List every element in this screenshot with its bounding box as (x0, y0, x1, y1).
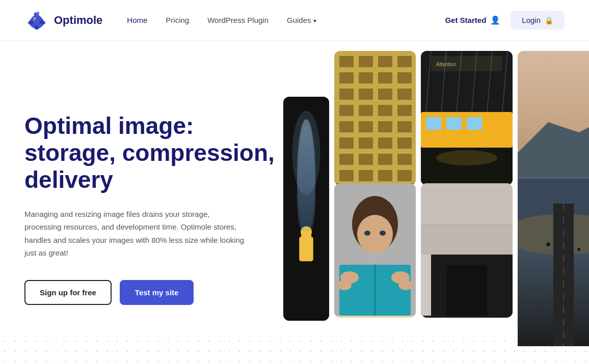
svg-rect-39 (397, 137, 412, 149)
person-icon (490, 15, 500, 25)
svg-rect-34 (378, 121, 392, 132)
test-site-button[interactable]: Test my site (120, 280, 194, 305)
login-button[interactable]: Login (511, 11, 565, 30)
svg-rect-31 (397, 105, 412, 116)
get-started-button[interactable]: Get Started (445, 15, 500, 25)
svg-rect-41 (359, 154, 373, 165)
svg-rect-45 (359, 170, 373, 181)
svg-rect-27 (397, 89, 412, 100)
hero-title: Optimal image: storage, compression, del… (24, 113, 289, 193)
navbar: Optimole Home Pricing WordPress Plugin G… (0, 0, 589, 41)
image-street: Attention (421, 51, 513, 185)
svg-rect-43 (397, 154, 412, 165)
svg-text:Attention: Attention (436, 62, 456, 67)
svg-rect-25 (359, 89, 373, 100)
nav-link-home[interactable]: Home (127, 16, 147, 24)
svg-point-50 (357, 215, 393, 254)
svg-point-57 (337, 280, 352, 290)
svg-rect-40 (339, 154, 354, 165)
svg-rect-37 (359, 137, 373, 149)
svg-rect-46 (378, 170, 392, 181)
nav-actions: Get Started Login (445, 11, 565, 30)
svg-point-87 (577, 248, 580, 251)
svg-point-52 (380, 231, 386, 236)
svg-rect-21 (359, 72, 373, 83)
svg-rect-63 (426, 117, 441, 130)
svg-point-7 (34, 25, 39, 30)
svg-point-4 (34, 18, 35, 19)
logo-link[interactable]: Optimole (24, 8, 102, 33)
svg-rect-79 (421, 183, 513, 224)
svg-rect-33 (359, 121, 373, 132)
svg-rect-20 (339, 72, 354, 83)
signup-button[interactable]: Sign up for free (24, 280, 112, 305)
svg-rect-42 (378, 154, 392, 165)
hero-section: Optimal image: storage, compression, del… (0, 41, 589, 346)
svg-rect-77 (446, 265, 487, 316)
svg-rect-36 (339, 137, 354, 149)
svg-rect-19 (397, 56, 412, 67)
svg-rect-75 (421, 224, 513, 255)
svg-point-67 (436, 150, 497, 165)
svg-rect-29 (359, 105, 373, 116)
svg-rect-44 (339, 170, 354, 181)
nav-link-guides[interactable]: Guides (287, 16, 316, 24)
svg-rect-65 (467, 117, 482, 130)
hero-image-collage: Attention (273, 41, 589, 346)
svg-rect-23 (397, 72, 412, 83)
svg-rect-16 (339, 56, 354, 67)
svg-point-51 (364, 231, 370, 236)
logo-text: Optimole (54, 14, 102, 27)
svg-rect-22 (378, 72, 392, 83)
logo-icon (24, 8, 49, 33)
svg-rect-32 (339, 121, 354, 132)
nav-links: Home Pricing WordPress Plugin Guides (127, 16, 445, 24)
nav-link-wordpress[interactable]: WordPress Plugin (207, 16, 269, 24)
svg-rect-26 (378, 89, 392, 100)
svg-rect-18 (378, 56, 392, 67)
hero-buttons: Sign up for free Test my site (24, 280, 289, 305)
svg-rect-35 (397, 121, 412, 132)
guides-chevron-icon (313, 16, 316, 24)
image-coastal (518, 51, 589, 346)
lock-icon (545, 16, 553, 24)
hero-content: Optimal image: storage, compression, del… (24, 113, 289, 305)
svg-point-58 (398, 280, 413, 290)
image-building (334, 51, 416, 185)
svg-rect-47 (397, 170, 412, 181)
svg-rect-17 (359, 56, 373, 67)
image-architecture (421, 183, 513, 318)
svg-rect-64 (446, 117, 462, 130)
svg-rect-30 (378, 105, 392, 116)
svg-rect-28 (339, 105, 354, 116)
hero-description: Managing and resizing image files drains… (24, 208, 249, 260)
nav-link-pricing[interactable]: Pricing (166, 16, 189, 24)
image-waterfall (283, 97, 329, 321)
svg-point-86 (546, 242, 550, 246)
image-reader (334, 183, 416, 318)
svg-rect-38 (378, 137, 392, 149)
svg-rect-24 (339, 89, 354, 100)
